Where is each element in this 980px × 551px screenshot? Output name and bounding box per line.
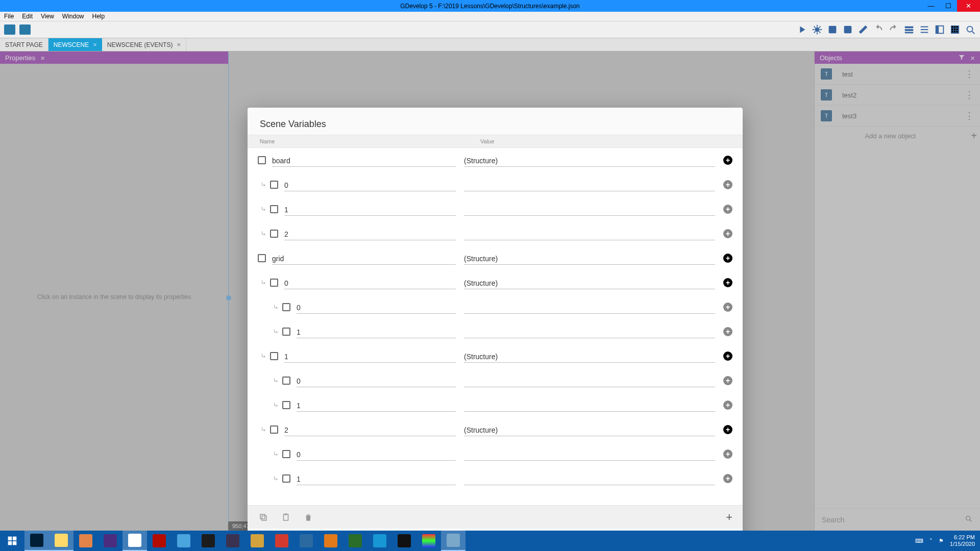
variable-row[interactable]: 0(Structure)+ (248, 270, 743, 295)
close-button[interactable]: ✕ (957, 0, 980, 12)
menu-edit[interactable]: Edit (18, 13, 37, 20)
taskbar-app[interactable] (98, 531, 122, 551)
taskbar-app[interactable] (24, 531, 49, 551)
tab-start-page[interactable]: START PAGE (0, 38, 48, 51)
menu-view[interactable]: View (37, 13, 58, 20)
variable-name-input[interactable]: 1 (284, 203, 456, 216)
variable-checkbox[interactable] (270, 352, 278, 360)
variable-row[interactable]: 1(Structure)+ (248, 344, 743, 368)
list-icon[interactable] (918, 23, 931, 36)
taskbar-app[interactable] (392, 531, 416, 551)
variable-checkbox[interactable] (282, 450, 290, 458)
export-icon[interactable] (826, 23, 839, 36)
add-child-button[interactable]: + (723, 352, 732, 361)
variable-row[interactable]: 0+ (248, 172, 743, 197)
menu-file[interactable]: File (0, 13, 18, 20)
variable-checkbox[interactable] (282, 474, 290, 483)
variable-value-input[interactable]: (Structure) (464, 252, 715, 265)
variable-checkbox[interactable] (258, 254, 266, 262)
taskbar-app[interactable] (122, 531, 147, 551)
variable-value-input[interactable] (464, 178, 715, 191)
variable-value-input[interactable] (464, 447, 715, 461)
tray-chevron-icon[interactable]: ˄ (929, 538, 933, 544)
layers-icon[interactable] (902, 23, 916, 36)
add-child-button[interactable]: + (723, 400, 732, 410)
variable-row[interactable]: grid(Structure)+ (248, 246, 743, 270)
taskbar-app[interactable] (147, 531, 172, 551)
variable-value-input[interactable] (464, 300, 715, 314)
variable-row[interactable]: 1+ (248, 393, 743, 417)
add-child-button[interactable]: + (723, 278, 732, 287)
add-child-button[interactable]: + (723, 205, 732, 214)
undo-icon[interactable] (872, 23, 885, 36)
variable-row[interactable]: 2(Structure)+ (248, 417, 743, 442)
variable-value-input[interactable] (464, 227, 715, 240)
variable-value-input[interactable] (464, 374, 715, 387)
variable-row[interactable]: 1+ (248, 319, 743, 344)
import-icon[interactable] (841, 23, 854, 36)
maximize-button[interactable]: ☐ (940, 0, 957, 12)
add-child-button[interactable]: + (723, 474, 732, 483)
add-child-button[interactable]: + (723, 376, 732, 385)
taskbar-app[interactable] (416, 531, 441, 551)
variable-value-input[interactable] (464, 398, 715, 412)
variable-name-input[interactable]: 1 (297, 472, 456, 485)
menu-window[interactable]: Window (58, 13, 88, 20)
variable-value-input[interactable]: (Structure) (464, 423, 715, 436)
variable-name-input[interactable]: 0 (297, 300, 456, 314)
variable-value-input[interactable]: (Structure) (464, 349, 715, 363)
variable-name-input[interactable]: 0 (297, 374, 456, 387)
variable-value-input[interactable] (464, 325, 715, 338)
variable-name-input[interactable]: 0 (284, 276, 456, 289)
variable-name-input[interactable]: 1 (284, 349, 456, 363)
minimize-button[interactable]: — (922, 0, 940, 12)
taskbar-app[interactable] (172, 531, 196, 551)
edit-icon[interactable] (856, 23, 870, 36)
zoom-icon[interactable] (964, 23, 977, 36)
tray-flag-icon[interactable]: ⚑ (939, 538, 944, 544)
add-child-button[interactable]: + (723, 180, 732, 189)
variable-checkbox[interactable] (270, 425, 278, 434)
variable-row[interactable]: 1+ (248, 466, 743, 491)
variable-value-input[interactable]: (Structure) (464, 276, 715, 289)
variable-name-input[interactable]: 2 (284, 227, 456, 240)
taskbar-app[interactable] (270, 531, 294, 551)
system-tray[interactable]: ⌨ ˄ ⚑ 6:22 PM 1/15/2020 (915, 534, 980, 547)
variable-name-input[interactable]: grid (272, 252, 456, 265)
add-variable-button[interactable]: + (726, 511, 732, 524)
variable-name-input[interactable]: 1 (297, 398, 456, 412)
close-icon[interactable]: × (177, 41, 181, 48)
delete-icon[interactable] (303, 512, 314, 523)
copy-icon[interactable] (258, 512, 269, 523)
add-child-button[interactable]: + (723, 327, 732, 336)
menu-help[interactable]: Help (88, 13, 109, 20)
variable-value-input[interactable] (464, 472, 715, 485)
variable-row[interactable]: 2+ (248, 221, 743, 246)
variable-value-input[interactable]: (Structure) (464, 154, 715, 167)
panel-icon[interactable] (933, 23, 946, 36)
taskbar-app[interactable] (245, 531, 270, 551)
variable-name-input[interactable]: 0 (297, 447, 456, 461)
variable-name-input[interactable]: 0 (284, 178, 456, 191)
toolbar-objects-panel-button[interactable] (3, 23, 16, 36)
taskbar-app[interactable] (343, 531, 368, 551)
tab-newscene-events[interactable]: NEWSCENE (EVENTS)× (102, 38, 186, 51)
taskbar-clock[interactable]: 6:22 PM 1/15/2020 (950, 534, 975, 547)
add-child-button[interactable]: + (723, 425, 732, 434)
variable-checkbox[interactable] (270, 205, 278, 213)
variable-checkbox[interactable] (282, 401, 290, 409)
add-child-button[interactable]: + (723, 303, 732, 312)
close-icon[interactable]: × (93, 41, 97, 48)
variable-checkbox[interactable] (270, 279, 278, 287)
toolbar-groups-panel-button[interactable] (18, 23, 32, 36)
variable-row[interactable]: board(Structure)+ (248, 148, 743, 172)
variable-checkbox[interactable] (282, 328, 290, 336)
redo-icon[interactable] (887, 23, 900, 36)
paste-icon[interactable] (280, 512, 291, 523)
taskbar-app[interactable] (74, 531, 98, 551)
variable-checkbox[interactable] (258, 156, 266, 164)
taskbar-app[interactable] (196, 531, 220, 551)
variable-row[interactable]: 0+ (248, 442, 743, 466)
taskbar-app[interactable] (49, 531, 74, 551)
add-child-button[interactable]: + (723, 156, 732, 165)
